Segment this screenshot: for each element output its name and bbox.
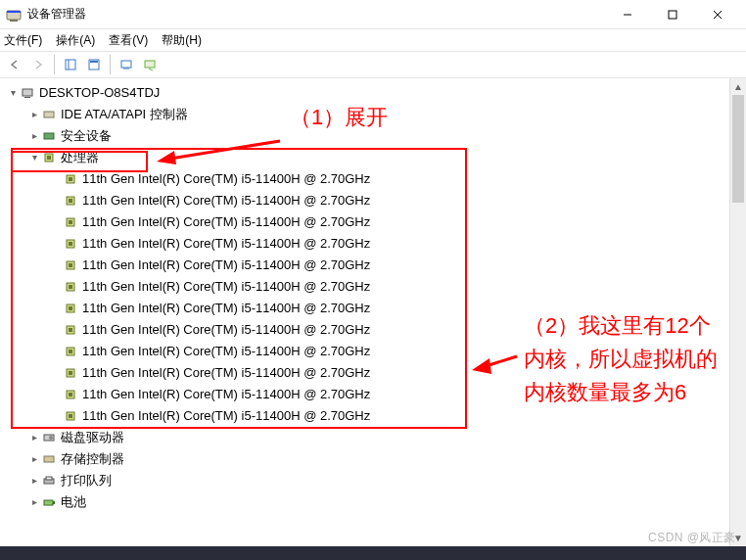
taskbar [0,546,746,560]
svg-rect-15 [24,97,30,98]
ide-label: IDE ATA/ATAPI 控制器 [61,104,188,125]
cpu-icon [63,257,78,273]
window-title: 设备管理器 [27,6,605,23]
tree-disk[interactable]: ▸ 磁盘驱动器 [6,427,746,448]
menu-bar: 文件(F) 操作(A) 查看(V) 帮助(H) [0,29,746,51]
cpu-icon [63,408,78,424]
menu-file[interactable]: 文件(F) [4,32,42,49]
svg-rect-7 [66,60,75,70]
battery-icon [41,494,57,510]
svg-rect-2 [10,20,18,22]
tree-cpu-item[interactable]: 11th Gen Intel(R) Core(TM) i5-11400H @ 2… [6,168,746,190]
printer-icon [41,473,57,489]
cpu-item-label: 11th Gen Intel(R) Core(TM) i5-11400H @ 2… [82,405,370,427]
svg-point-45 [49,436,53,440]
svg-rect-1 [7,11,21,13]
svg-rect-4 [669,11,676,19]
tree-root[interactable]: ▾ DESKTOP-O8S4TDJ [6,82,746,104]
svg-rect-19 [47,156,51,160]
properties-button[interactable] [83,54,105,75]
svg-rect-23 [69,199,72,203]
annotation-text-1: （1）展开 [290,103,388,132]
svg-rect-39 [69,371,72,375]
svg-rect-33 [69,306,72,310]
svg-rect-43 [69,414,72,418]
tree-cpu-item[interactable]: 11th Gen Intel(R) Core(TM) i5-11400H @ 2… [6,276,746,298]
refresh-device-button[interactable] [139,54,161,75]
tree-battery[interactable]: ▸ 电池 [6,491,746,513]
caret-down-icon[interactable]: ▾ [6,82,20,104]
maximize-button[interactable] [650,0,695,29]
svg-rect-11 [121,61,131,68]
svg-rect-46 [44,456,54,462]
caret-down-icon[interactable]: ▾ [27,147,41,168]
caret-right-icon[interactable]: ▸ [27,470,41,491]
cpu-icon [63,344,78,359]
scroll-up-icon[interactable]: ▲ [730,78,746,95]
cpu-icon [63,322,78,338]
cpu-icon [63,365,78,381]
cpu-item-label: 11th Gen Intel(R) Core(TM) i5-11400H @ 2… [82,233,370,255]
vertical-scrollbar[interactable]: ▲ ▼ [729,78,746,546]
cpu-item-label: 11th Gen Intel(R) Core(TM) i5-11400H @ 2… [82,341,370,362]
computer-icon [20,85,35,101]
cpu-icon [63,193,78,209]
svg-rect-50 [53,501,55,504]
tree-cpu-item[interactable]: 11th Gen Intel(R) Core(TM) i5-11400H @ 2… [6,233,746,255]
cpu-icon [63,301,78,316]
cpu-item-label: 11th Gen Intel(R) Core(TM) i5-11400H @ 2… [82,298,370,319]
close-button[interactable] [695,0,740,29]
caret-right-icon[interactable]: ▸ [27,427,41,448]
title-bar: 设备管理器 [0,0,746,29]
caret-right-icon[interactable]: ▸ [27,125,41,147]
svg-rect-21 [69,177,72,181]
storage-icon [41,451,57,467]
watermark: CSDN @风正豪 [648,530,736,546]
svg-rect-31 [69,285,72,289]
ide-icon [41,107,57,122]
root-label: DESKTOP-O8S4TDJ [39,82,160,104]
svg-rect-49 [44,500,53,505]
tree-cpu-group[interactable]: ▾ 处理器 [6,147,746,168]
security-label: 安全设备 [61,125,112,147]
tree-cpu-item[interactable]: 11th Gen Intel(R) Core(TM) i5-11400H @ 2… [6,255,746,276]
disk-label: 磁盘驱动器 [61,427,124,448]
storage-label: 存储控制器 [61,448,124,470]
cpu-item-label: 11th Gen Intel(R) Core(TM) i5-11400H @ 2… [82,255,370,276]
cpu-item-label: 11th Gen Intel(R) Core(TM) i5-11400H @ 2… [82,362,370,384]
tree-cpu-item[interactable]: 11th Gen Intel(R) Core(TM) i5-11400H @ 2… [6,211,746,233]
cpu-item-label: 11th Gen Intel(R) Core(TM) i5-11400H @ 2… [82,384,370,405]
svg-rect-41 [69,393,72,397]
cpu-icon [63,279,78,295]
minimize-button[interactable] [605,0,650,29]
svg-rect-17 [44,133,54,139]
svg-rect-14 [23,89,32,96]
menu-help[interactable]: 帮助(H) [162,32,202,49]
annotation-text-2: （2）我这里有12个内核，所以虚拟机的内核数量最多为6 [524,309,729,409]
svg-rect-37 [69,350,72,353]
svg-rect-27 [69,242,72,246]
forward-button[interactable] [27,54,49,75]
cpu-icon [41,150,57,165]
show-hide-pane-button[interactable] [60,54,81,75]
menu-view[interactable]: 查看(V) [109,32,148,49]
svg-rect-10 [90,61,98,63]
tree-storage[interactable]: ▸ 存储控制器 [6,448,746,470]
tree-print[interactable]: ▸ 打印队列 [6,470,746,491]
scrollbar-thumb[interactable] [732,95,744,203]
scan-hardware-button[interactable] [116,54,137,75]
cpu-item-label: 11th Gen Intel(R) Core(TM) i5-11400H @ 2… [82,190,370,211]
tree-cpu-item[interactable]: 11th Gen Intel(R) Core(TM) i5-11400H @ 2… [6,190,746,211]
caret-right-icon[interactable]: ▸ [27,104,41,125]
print-label: 打印队列 [61,470,112,491]
svg-rect-48 [46,477,52,480]
caret-right-icon[interactable]: ▸ [27,448,41,470]
svg-rect-13 [145,61,155,68]
caret-right-icon[interactable]: ▸ [27,491,41,513]
cpu-icon [63,236,78,252]
security-icon [41,128,57,144]
back-button[interactable] [4,54,25,75]
cpu-item-label: 11th Gen Intel(R) Core(TM) i5-11400H @ 2… [82,211,370,233]
cpu-group-label: 处理器 [61,147,99,168]
menu-action[interactable]: 操作(A) [56,32,95,49]
